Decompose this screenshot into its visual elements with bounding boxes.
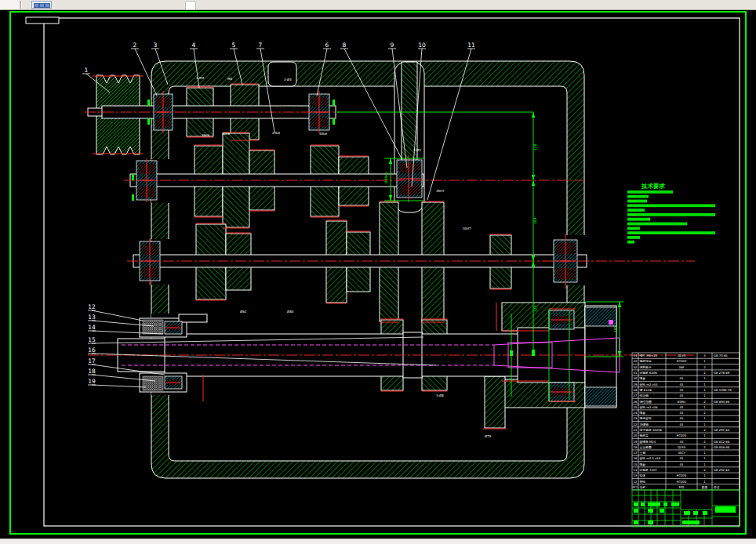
svg-text:65Mn: 65Mn xyxy=(678,400,686,404)
svg-text:31: 31 xyxy=(634,371,638,375)
svg-text:45: 45 xyxy=(680,423,684,426)
svg-text:12: 12 xyxy=(88,303,96,310)
svg-text:GB 858-88: GB 858-88 xyxy=(714,445,730,449)
housing-top-opening xyxy=(268,62,296,86)
svg-text:19: 19 xyxy=(634,440,638,444)
svg-text:30H7: 30H7 xyxy=(463,227,471,230)
svg-text:箱体: 箱体 xyxy=(640,473,646,477)
svg-text:11: 11 xyxy=(467,42,475,49)
svg-text:2: 2 xyxy=(703,428,706,432)
svg-text:45: 45 xyxy=(680,462,684,466)
svg-text:材料: 材料 xyxy=(678,485,685,489)
svg-text:齿轮 m2.5 z50: 齿轮 m2.5 z50 xyxy=(640,456,661,460)
svg-text:Ø79: Ø79 xyxy=(485,434,492,438)
svg-text:24: 24 xyxy=(634,411,638,415)
svg-text:34: 34 xyxy=(634,354,638,357)
svg-text:128: 128 xyxy=(533,143,537,151)
svg-text:传动轴: 传动轴 xyxy=(640,393,649,397)
svg-text:GB 812-88: GB 812-88 xyxy=(714,440,730,444)
svg-text:齿轮 m2 z38: 齿轮 m2 z38 xyxy=(640,405,659,409)
svg-text:13: 13 xyxy=(88,314,96,321)
svg-text:隔套: 隔套 xyxy=(640,376,646,380)
svg-text:备注: 备注 xyxy=(714,485,720,489)
svg-text:10: 10 xyxy=(418,42,426,49)
svg-text:2: 2 xyxy=(133,42,137,49)
svg-text:2: 2 xyxy=(703,365,706,369)
svg-text:球轴承 6206: 球轴承 6206 xyxy=(640,371,658,375)
toolbar-end-cap xyxy=(185,1,196,10)
svg-text:7: 7 xyxy=(259,42,263,49)
svg-text:3: 3 xyxy=(154,42,158,49)
part-balloon: 12 xyxy=(88,303,143,321)
svg-text:29: 29 xyxy=(634,383,638,386)
parts-list-table: 34螺钉 M8×20Q2354GB 70-8533轴承端盖HT200132调整垫… xyxy=(632,353,740,490)
svg-text:1: 1 xyxy=(703,405,706,409)
svg-text:花键轴: 花键轴 xyxy=(640,423,649,426)
svg-text:Ø30k6: Ø30k6 xyxy=(384,172,388,183)
svg-text:GB 292-83: GB 292-83 xyxy=(714,468,730,472)
svg-text:30k6: 30k6 xyxy=(222,132,230,136)
svg-text:M8: M8 xyxy=(227,77,232,81)
svg-text:2: 2 xyxy=(703,468,706,472)
svg-text:25k6: 25k6 xyxy=(272,131,280,135)
svg-text:HT200: HT200 xyxy=(677,359,687,363)
svg-text:36k6: 36k6 xyxy=(202,133,209,137)
svg-text:45: 45 xyxy=(680,416,684,420)
svg-text:120: 120 xyxy=(533,305,537,312)
svg-text:145: 145 xyxy=(613,325,617,332)
svg-text:1: 1 xyxy=(703,473,706,477)
svg-text:GB 894-86: GB 894-86 xyxy=(714,400,730,404)
svg-text:轴承盖: 轴承盖 xyxy=(640,433,649,437)
svg-text:22: 22 xyxy=(634,423,638,426)
svg-text:1: 1 xyxy=(703,456,706,460)
svg-text:35H7: 35H7 xyxy=(436,189,445,193)
svg-text:1: 1 xyxy=(703,359,706,363)
svg-text:9: 9 xyxy=(391,42,394,49)
svg-text:17: 17 xyxy=(634,451,638,455)
svg-text:16: 16 xyxy=(88,346,96,354)
svg-text:16: 16 xyxy=(634,456,638,460)
svg-text:45: 45 xyxy=(680,411,684,415)
svg-text:21: 21 xyxy=(634,428,638,432)
svg-text:2: 2 xyxy=(703,400,706,404)
svg-text:45: 45 xyxy=(680,376,684,380)
svg-text:1: 1 xyxy=(703,416,706,420)
svg-text:1: 1 xyxy=(703,462,706,466)
svg-text:26: 26 xyxy=(634,400,638,404)
svg-text:28: 28 xyxy=(634,388,638,392)
svg-text:主轴: 主轴 xyxy=(640,451,646,455)
app-toolbar xyxy=(0,0,756,10)
svg-text:2: 2 xyxy=(703,371,706,375)
svg-text:19: 19 xyxy=(88,378,96,385)
svg-text:滚子轴承 30206: 滚子轴承 30206 xyxy=(640,428,663,432)
svg-text:45: 45 xyxy=(680,405,684,409)
svg-text:45: 45 xyxy=(680,383,684,386)
svg-text:1: 1 xyxy=(703,423,706,426)
svg-text:1: 1 xyxy=(703,393,706,397)
viewport-icon xyxy=(34,3,39,8)
svg-text:1: 1 xyxy=(85,67,89,74)
svg-text:1: 1 xyxy=(703,376,706,380)
svg-text:13: 13 xyxy=(634,473,638,477)
svg-text:螺钉 M8×20: 螺钉 M8×20 xyxy=(640,354,658,357)
svg-text:30: 30 xyxy=(634,376,638,380)
svg-text:滑移齿轮: 滑移齿轮 xyxy=(640,416,652,420)
viewports-button[interactable] xyxy=(31,1,52,9)
svg-text:名称: 名称 xyxy=(640,485,646,489)
svg-text:6: 6 xyxy=(325,42,329,49)
svg-text:14: 14 xyxy=(88,324,96,331)
svg-text:23: 23 xyxy=(634,416,638,420)
viewport-icon xyxy=(45,3,50,8)
svg-text:45: 45 xyxy=(680,440,684,444)
svg-text:轴承端盖: 轴承端盖 xyxy=(640,359,652,363)
svg-text:弹性挡圈: 弹性挡圈 xyxy=(640,400,652,404)
toolbar-separator xyxy=(20,1,22,9)
svg-text:3-Ø4: 3-Ø4 xyxy=(284,78,292,82)
svg-text:调整垫片: 调整垫片 xyxy=(640,365,652,369)
svg-text:18: 18 xyxy=(634,445,638,449)
svg-text:GB 297-84: GB 297-84 xyxy=(714,428,730,432)
tech-requirements-title: 技术要求 xyxy=(641,183,666,190)
cad-drawing-canvas[interactable]: 3-M4M83-Ø436k630k625k640k63-Ø335H730H7Ø6… xyxy=(0,0,756,544)
svg-text:1: 1 xyxy=(703,480,706,484)
svg-text:33: 33 xyxy=(634,359,638,363)
